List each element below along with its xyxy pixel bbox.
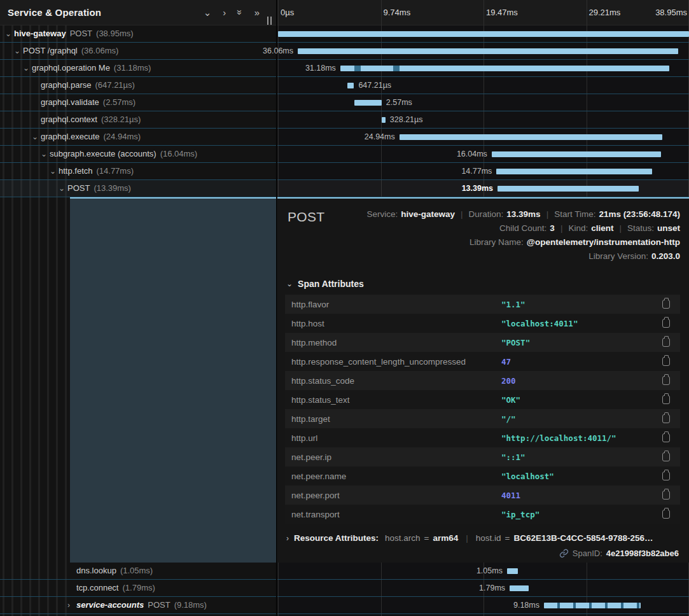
attribute-key: http.flavor [291,300,501,309]
copy-icon[interactable] [662,395,670,404]
meta-value: 13.39ms [506,207,540,221]
copy-icon[interactable] [662,472,670,480]
copy-icon[interactable] [662,414,670,423]
grip-bar [267,17,268,25]
attribute-value: "::1" [501,452,658,462]
span-bar[interactable] [510,585,529,591]
timeline-panel: 0µs9.74ms19.47ms29.21ms38.95ms 36.06ms31… [277,0,689,616]
attribute-value: "1.1" [501,300,658,309]
meta-value: client [591,221,613,235]
timeline-row[interactable]: 647.21µs [277,77,689,94]
tree-row[interactable]: graphql.parse(647.21µs) [0,77,276,94]
meta-line-library-version: Library Version:0.203.0 [366,249,680,263]
expand-one-icon[interactable]: › [223,8,226,17]
span-bar[interactable] [278,31,689,37]
timeline-tick-label: 0µs [281,0,294,25]
timeline-row[interactable]: 36.06ms [277,43,689,60]
span-title: POST [285,209,324,225]
span-bar[interactable] [492,151,661,157]
chevron-down-icon[interactable]: ⌄ [59,180,67,197]
timeline-row[interactable]: 13.39ms [277,180,689,197]
timeline-row[interactable]: 1.05ms [277,563,689,580]
span-bar[interactable] [496,169,652,174]
span-duration: (328.21µs) [101,115,141,124]
tree-row[interactable]: ›service-accountsPOST(9.18ms) [0,597,276,614]
attribute-key: http.url [291,433,501,443]
timeline-row[interactable]: 16.04ms [277,146,689,163]
bar-duration-label: 1.79ms [479,580,505,597]
chevron-down-icon[interactable]: ⌄ [41,146,50,162]
span-attributes-toggle[interactable]: ⌄ Span Attributes [285,279,680,289]
span-bar[interactable] [382,117,385,123]
collapse-one-icon[interactable]: ⌄ [204,8,212,17]
copy-icon[interactable] [662,452,670,461]
timeline-row[interactable]: 9.18ms [277,597,689,614]
meta-value: 0.203.0 [651,249,680,263]
span-bar[interactable] [354,100,382,106]
chevron-down-icon[interactable]: ⌄ [32,129,41,145]
tree-row[interactable]: ⌄graphql.operation Me(31.18ms) [0,60,276,77]
chevron-down-icon[interactable]: ⌄ [14,43,23,59]
attribute-row: net.peer.ip"::1" [285,447,680,466]
panel-resize-handle[interactable] [267,17,272,25]
bar-duration-label: 9.18ms [513,597,539,614]
copy-icon[interactable] [662,300,670,309]
chevron-right-icon[interactable]: › [67,597,76,613]
tree-row[interactable]: ⌄hive-gatewayPOST(38.95ms) [0,25,276,43]
tree-row[interactable]: graphql.context(328.21µs) [0,111,276,129]
expand-all-icon[interactable]: » [254,8,260,17]
tree-row[interactable]: dns.lookup(1.05ms) [0,563,276,580]
chevron-down-icon[interactable]: ⌄ [5,25,14,42]
span-bar[interactable] [298,48,678,54]
copy-icon[interactable] [662,376,670,385]
copy-icon[interactable] [662,510,670,519]
operation-name: http.fetch [59,166,92,176]
resource-attributes-values: host.arch=arm64|host.id=BC62E13B-C4CC-58… [385,533,653,543]
tree-row[interactable]: graphql.validate(2.57ms) [0,94,276,111]
copy-icon[interactable] [662,319,670,328]
span-bar[interactable] [347,83,354,88]
collapse-all-icon[interactable]: » [235,10,245,15]
resource-attributes-toggle[interactable]: Resource Attributes: [294,533,379,543]
span-bar[interactable] [498,186,639,192]
tree-row[interactable]: tcp.connect(1.79ms) [0,580,276,597]
timeline-row[interactable]: 2.57ms [277,94,689,111]
meta-line-library-name: Library Name:@opentelemetry/instrumentat… [366,235,680,249]
resource-key: host.id [476,533,501,543]
meta-separator: | [619,221,622,235]
chevron-down-icon[interactable]: ⌄ [50,163,59,179]
timeline-rows-bottom: 1.05ms1.79ms9.18ms [277,563,689,614]
bar-duration-label: 16.04ms [457,146,487,163]
tree-row[interactable]: ⌄POST /graphql(36.06ms) [0,43,276,60]
attribute-row: http.flavor"1.1" [285,295,680,314]
attribute-key: net.peer.port [291,491,501,500]
attribute-value: 200 [501,376,658,386]
timeline-row[interactable]: 31.18ms [277,60,689,77]
timeline-row[interactable]: 24.94ms [277,129,689,146]
timeline-row[interactable]: 328.21µs [277,111,689,129]
timeline-tick-label: 19.47ms [486,0,518,25]
copy-icon[interactable] [662,357,670,366]
timeline-row[interactable]: 1.79ms [277,580,689,597]
span-bar[interactable] [400,134,663,140]
timeline-row[interactable] [277,25,689,43]
span-bar[interactable] [507,568,518,574]
timeline-row[interactable]: 14.77ms [277,163,689,180]
span-bar[interactable] [340,66,669,71]
copy-icon[interactable] [662,433,670,442]
tree-row[interactable]: ⌄POST(13.39ms) [0,180,276,197]
span-bar[interactable] [544,603,641,608]
tree-rows-bottom: dns.lookup(1.05ms)tcp.connect(1.79ms)›se… [0,563,276,614]
chevron-down-icon[interactable]: ⌄ [23,60,32,76]
attribute-key: http.status_code [291,376,501,386]
tree-row[interactable]: ⌄subgraph.execute (accounts)(16.04ms) [0,146,276,163]
copy-icon[interactable] [662,338,670,347]
copy-icon[interactable] [662,491,670,500]
grip-bar [270,17,272,25]
span-duration: (2.57ms) [103,97,136,107]
link-icon[interactable] [559,549,569,558]
tree-row[interactable]: ⌄http.fetch(14.77ms) [0,163,276,180]
timeline-header: 0µs9.74ms19.47ms29.21ms38.95ms [277,0,689,25]
timeline-tick-label: 38.95ms [655,0,687,25]
tree-row[interactable]: ⌄graphql.execute(24.94ms) [0,129,276,146]
